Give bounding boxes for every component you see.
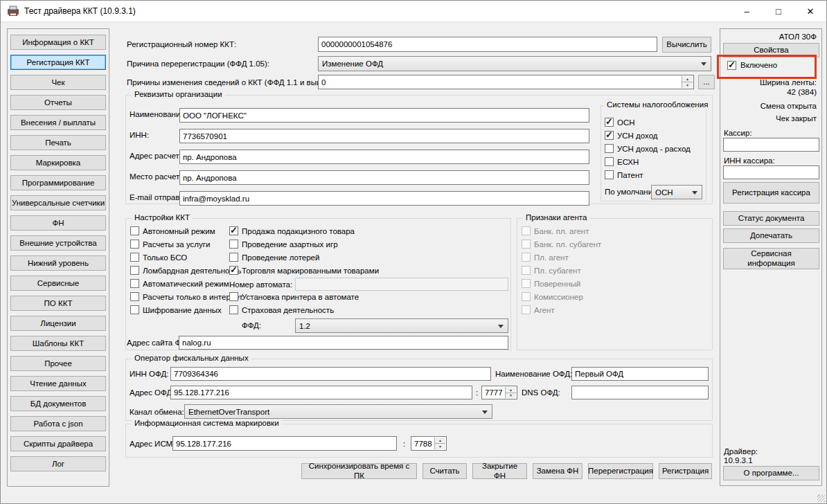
printer-in-automat-checkbox[interactable] — [229, 292, 238, 301]
marked-goods-checkbox[interactable] — [229, 266, 238, 275]
sidebar-item-info-kkt[interactable]: Информация о ККТ — [10, 35, 106, 50]
insurance-checkbox[interactable] — [229, 305, 238, 314]
org-email-input[interactable]: infra@moysklad.ru — [179, 191, 589, 206]
sidebar-item-data-reading[interactable]: Чтение данных — [10, 376, 106, 391]
excise-goods-checkbox[interactable] — [229, 226, 238, 235]
sidebar-item-deposits-payouts[interactable]: Внесения / выплаты — [10, 115, 106, 130]
spin-down-icon[interactable] — [435, 444, 445, 449]
ism-port-spinner[interactable]: 7788 — [411, 436, 447, 451]
sidebar-item-registration-kkt[interactable]: Регистрация ККТ — [10, 55, 106, 70]
fn-replace-button[interactable]: Замена ФН — [533, 463, 583, 479]
reprint-button[interactable]: Допечатать — [723, 228, 819, 243]
ffd-select[interactable]: 1.2 — [295, 318, 508, 333]
about-button[interactable]: О программе... — [723, 466, 819, 480]
tax-eshn-checkbox[interactable] — [605, 157, 614, 166]
ofd-port-spinner[interactable]: 7777 — [481, 386, 517, 399]
maximize-icon[interactable]: □ — [763, 1, 794, 21]
bso-only-checkbox[interactable] — [130, 253, 139, 262]
org-payment-place-input[interactable]: пр. Андропова — [179, 170, 589, 185]
fns-site-input[interactable]: nalog.ru — [179, 336, 508, 350]
spin-up-icon[interactable] — [506, 387, 516, 393]
window-title: Тест драйвера ККТ (10.9.3.1) — [24, 6, 136, 16]
automatic-mode-checkbox[interactable] — [130, 279, 139, 288]
change-reasons-spinner[interactable]: 0 — [318, 75, 694, 89]
cashier-registration-button[interactable]: Регистрация кассира — [723, 182, 819, 204]
org-inn-input[interactable]: 7736570901 — [179, 129, 589, 143]
spin-down-icon[interactable] — [682, 82, 693, 88]
services-payments-checkbox[interactable] — [130, 240, 139, 249]
gambling-checkbox[interactable] — [229, 240, 238, 249]
resize-grip[interactable] — [817, 494, 825, 502]
org-payment-place-value: пр. Андропова — [183, 174, 237, 182]
org-payment-address-input[interactable]: пр. Андропова — [179, 150, 589, 164]
ofd-dns-input[interactable] — [571, 386, 709, 399]
sidebar-item-licenses[interactable]: Лицензии — [10, 316, 106, 331]
tax-usn-income-expense-checkbox[interactable] — [605, 144, 614, 153]
sidebar-item-fn[interactable]: ФН — [10, 215, 106, 231]
ism-address-input[interactable]: 95.128.177.216 — [172, 436, 397, 451]
ofd-name-label: Наименование ОФД: — [495, 370, 572, 378]
ofd-channel-select[interactable]: EthernetOverTransport — [184, 404, 492, 419]
sidebar-item-print[interactable]: Печать — [10, 135, 106, 150]
spinner-buttons[interactable] — [682, 76, 693, 88]
sidebar-item-low-level[interactable]: Нижний уровень — [10, 255, 106, 271]
sidebar-item-universal-counters[interactable]: Универсальные счетчики — [10, 195, 106, 210]
agent-flags-title: Признаки агента — [523, 213, 589, 222]
sidebar-item-json-work[interactable]: Работа с json — [10, 416, 106, 431]
service-info-button[interactable]: Сервисная информация — [723, 248, 819, 269]
sidebar-item-programming[interactable]: Программирование — [10, 175, 106, 190]
close-icon[interactable]: ✕ — [794, 1, 826, 21]
sidebar-item-marking[interactable]: Маркировка — [10, 155, 106, 170]
title-bar: Тест драйвера ККТ (10.9.3.1) – □ ✕ — [1, 1, 826, 22]
data-encryption-checkbox[interactable] — [130, 305, 139, 314]
spin-up-icon[interactable] — [435, 438, 445, 444]
lottery-label: Проведение лотерей — [242, 253, 319, 262]
sidebar-item-receipt[interactable]: Чек — [10, 75, 106, 90]
rereg-reason-select[interactable]: Изменение ОФД — [318, 56, 711, 71]
sidebar-item-driver-scripts[interactable]: Скрипты драйвера — [10, 436, 106, 451]
reg-button[interactable]: Регистрация — [659, 463, 712, 479]
autonomous-mode-checkbox[interactable] — [130, 226, 139, 235]
spin-down-icon[interactable] — [506, 393, 516, 399]
window-controls: – □ ✕ — [731, 1, 826, 21]
minimize-icon[interactable]: – — [731, 1, 763, 21]
change-reasons-more-button[interactable]: ... — [698, 75, 715, 89]
ofd-address-input[interactable]: 95.128.177.216 — [170, 386, 472, 399]
rereg-button[interactable]: Перерегистрация — [588, 463, 653, 479]
tax-osn-checkbox[interactable] — [605, 118, 614, 127]
tax-osn-label: ОСН — [617, 118, 635, 127]
read-button[interactable]: Считать — [423, 463, 467, 479]
sidebar-item-misc[interactable]: Прочее — [10, 356, 106, 371]
lottery-checkbox[interactable] — [229, 253, 238, 262]
tax-usn-income-checkbox[interactable] — [605, 131, 614, 140]
sidebar-item-service[interactable]: Сервисные — [10, 276, 106, 291]
cashier-input[interactable] — [723, 138, 819, 152]
fn-close-button[interactable]: Закрытие ФН — [472, 463, 527, 479]
spinner-buttons[interactable] — [434, 438, 445, 449]
calculate-button[interactable]: Вычислить — [662, 37, 711, 53]
ofd-inn-input[interactable]: 7709364346 — [170, 367, 491, 381]
tax-patent-checkbox[interactable] — [605, 170, 614, 179]
sidebar-item-kkt-software[interactable]: ПО ККТ — [10, 296, 106, 311]
ffd-label: ФФД: — [242, 321, 261, 330]
sidebar-item-external-devices[interactable]: Внешние устройства — [10, 235, 106, 251]
payment-agent-label: Пл. агент — [534, 253, 569, 262]
org-name-input[interactable]: ООО "ЛОГНЕКС" — [179, 108, 589, 123]
sidebar-item-reports[interactable]: Отчеты — [10, 95, 106, 110]
tax-default-select[interactable]: ОСН — [651, 185, 702, 199]
reg-number-input[interactable]: 0000000001054876 — [318, 37, 657, 52]
spin-up-icon[interactable] — [682, 76, 693, 82]
sidebar-item-documents-db[interactable]: БД документов — [10, 396, 106, 411]
ofd-name-input[interactable]: Первый ОФД — [571, 367, 709, 381]
sync-time-button[interactable]: Синхронизировать время с ПК — [301, 463, 417, 479]
marked-goods-label: Торговля маркированными товарами — [242, 267, 379, 275]
reg-number-value: 0000000001054876 — [321, 40, 392, 48]
sidebar-item-kkt-templates[interactable]: Шаблоны ККТ — [10, 336, 106, 351]
driver-version: 10.9.3.1 — [724, 456, 753, 465]
spinner-buttons[interactable] — [505, 387, 516, 398]
pawnshop-checkbox[interactable] — [130, 266, 139, 275]
cashier-inn-input[interactable] — [723, 165, 819, 179]
sidebar-item-log[interactable]: Лог — [10, 456, 106, 471]
document-status-button[interactable]: Статус документа — [723, 211, 819, 226]
internet-only-checkbox[interactable] — [130, 292, 139, 301]
